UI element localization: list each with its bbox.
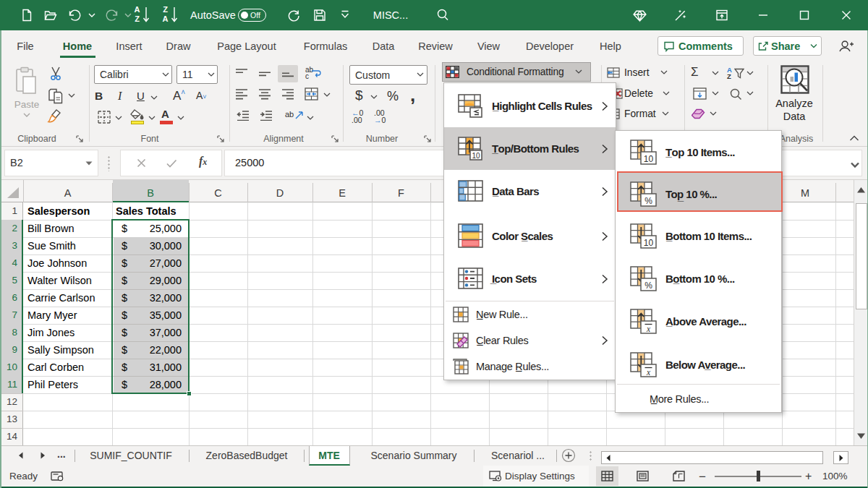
svg-text:%: % (644, 195, 652, 205)
svg-text:10: 10 (644, 154, 654, 164)
svg-text:10: 10 (644, 238, 654, 248)
svg-text:%: % (644, 281, 652, 291)
svg-text:x: x (646, 325, 651, 333)
svg-text:10: 10 (472, 151, 480, 159)
svg-text:x: x (646, 367, 651, 376)
